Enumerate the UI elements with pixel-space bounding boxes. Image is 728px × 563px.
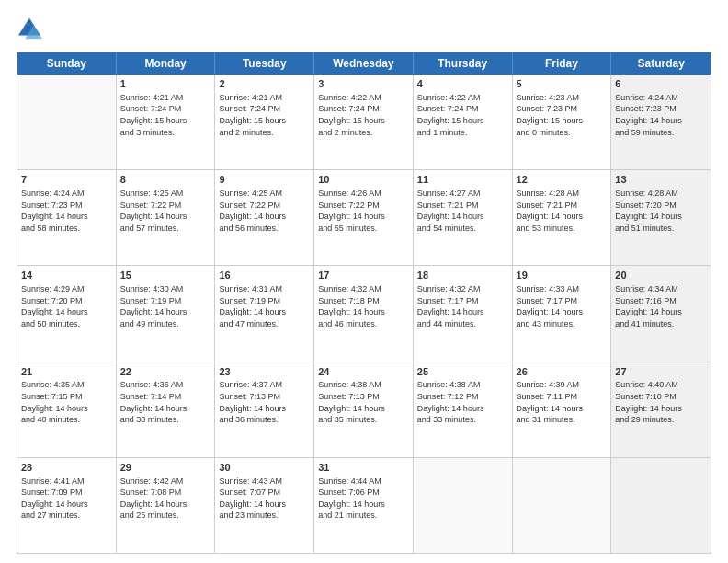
weekday-header-friday: Friday (513, 52, 612, 75)
calendar-cell-day-17: 17Sunrise: 4:32 AM Sunset: 7:18 PM Dayli… (314, 266, 414, 361)
calendar-header: SundayMondayTuesdayWednesdayThursdayFrid… (17, 52, 711, 75)
header (17, 17, 711, 42)
day-number-24: 24 (318, 365, 409, 379)
weekday-header-saturday: Saturday (611, 52, 711, 75)
calendar-row-1: 1Sunrise: 4:21 AM Sunset: 7:24 PM Daylig… (17, 75, 711, 170)
calendar-cell-day-27: 27Sunrise: 4:40 AM Sunset: 7:10 PM Dayli… (611, 362, 711, 457)
calendar-cell-day-19: 19Sunrise: 4:33 AM Sunset: 7:17 PM Dayli… (513, 266, 612, 361)
calendar-cell-empty (513, 458, 612, 553)
day-number-10: 10 (318, 173, 409, 187)
cell-text-10: Sunrise: 4:26 AM Sunset: 7:22 PM Dayligh… (318, 188, 409, 234)
day-number-27: 27 (615, 365, 707, 379)
calendar-cell-day-8: 8Sunrise: 4:25 AM Sunset: 7:22 PM Daylig… (117, 170, 216, 265)
calendar-cell-day-24: 24Sunrise: 4:38 AM Sunset: 7:13 PM Dayli… (314, 362, 414, 457)
day-number-19: 19 (517, 269, 608, 282)
day-number-20: 20 (615, 269, 707, 282)
cell-text-18: Sunrise: 4:32 AM Sunset: 7:17 PM Dayligh… (417, 283, 508, 329)
cell-text-31: Sunrise: 4:44 AM Sunset: 7:06 PM Dayligh… (318, 476, 409, 522)
calendar-cell-day-29: 29Sunrise: 4:42 AM Sunset: 7:08 PM Dayli… (117, 458, 216, 553)
calendar-cell-day-28: 28Sunrise: 4:41 AM Sunset: 7:09 PM Dayli… (17, 458, 117, 553)
day-number-7: 7 (21, 173, 112, 187)
calendar-cell-day-16: 16Sunrise: 4:31 AM Sunset: 7:19 PM Dayli… (215, 266, 314, 361)
day-number-16: 16 (219, 269, 310, 282)
day-number-17: 17 (318, 269, 409, 282)
calendar-cell-empty (17, 75, 117, 169)
calendar-cell-day-4: 4Sunrise: 4:22 AM Sunset: 7:24 PM Daylig… (414, 75, 513, 169)
weekday-header-monday: Monday (117, 52, 216, 75)
day-number-31: 31 (318, 461, 409, 475)
calendar-cell-day-3: 3Sunrise: 4:22 AM Sunset: 7:24 PM Daylig… (314, 75, 414, 169)
calendar-cell-day-5: 5Sunrise: 4:23 AM Sunset: 7:23 PM Daylig… (513, 75, 612, 169)
calendar-cell-empty (611, 458, 711, 553)
day-number-29: 29 (120, 461, 211, 475)
weekday-header-thursday: Thursday (414, 52, 513, 75)
calendar-cell-day-20: 20Sunrise: 4:34 AM Sunset: 7:16 PM Dayli… (611, 266, 711, 361)
calendar-row-4: 21Sunrise: 4:35 AM Sunset: 7:15 PM Dayli… (17, 362, 711, 458)
cell-text-13: Sunrise: 4:28 AM Sunset: 7:20 PM Dayligh… (615, 188, 707, 234)
cell-text-19: Sunrise: 4:33 AM Sunset: 7:17 PM Dayligh… (517, 283, 608, 329)
calendar-cell-day-11: 11Sunrise: 4:27 AM Sunset: 7:21 PM Dayli… (414, 170, 513, 265)
calendar-cell-day-13: 13Sunrise: 4:28 AM Sunset: 7:20 PM Dayli… (611, 170, 711, 265)
day-number-21: 21 (21, 365, 112, 379)
calendar-cell-day-6: 6Sunrise: 4:24 AM Sunset: 7:23 PM Daylig… (611, 75, 711, 169)
weekday-header-tuesday: Tuesday (215, 52, 314, 75)
calendar-cell-day-7: 7Sunrise: 4:24 AM Sunset: 7:23 PM Daylig… (17, 170, 117, 265)
logo (17, 17, 46, 42)
weekday-header-wednesday: Wednesday (314, 52, 414, 75)
calendar-cell-day-18: 18Sunrise: 4:32 AM Sunset: 7:17 PM Dayli… (414, 266, 513, 361)
cell-text-4: Sunrise: 4:22 AM Sunset: 7:24 PM Dayligh… (417, 92, 508, 138)
day-number-18: 18 (417, 269, 508, 282)
calendar-cell-day-9: 9Sunrise: 4:25 AM Sunset: 7:22 PM Daylig… (215, 170, 314, 265)
day-number-2: 2 (219, 77, 310, 91)
calendar: SundayMondayTuesdayWednesdayThursdayFrid… (17, 52, 711, 554)
cell-text-8: Sunrise: 4:25 AM Sunset: 7:22 PM Dayligh… (120, 188, 211, 234)
calendar-row-3: 14Sunrise: 4:29 AM Sunset: 7:20 PM Dayli… (17, 266, 711, 362)
calendar-cell-day-31: 31Sunrise: 4:44 AM Sunset: 7:06 PM Dayli… (314, 458, 414, 553)
calendar-cell-day-15: 15Sunrise: 4:30 AM Sunset: 7:19 PM Dayli… (117, 266, 216, 361)
day-number-30: 30 (219, 461, 310, 475)
cell-text-30: Sunrise: 4:43 AM Sunset: 7:07 PM Dayligh… (219, 476, 310, 522)
calendar-cell-day-30: 30Sunrise: 4:43 AM Sunset: 7:07 PM Dayli… (215, 458, 314, 553)
calendar-cell-day-12: 12Sunrise: 4:28 AM Sunset: 7:21 PM Dayli… (513, 170, 612, 265)
cell-text-22: Sunrise: 4:36 AM Sunset: 7:14 PM Dayligh… (120, 379, 211, 425)
day-number-15: 15 (120, 269, 211, 282)
day-number-9: 9 (219, 173, 310, 187)
day-number-8: 8 (120, 173, 211, 187)
cell-text-14: Sunrise: 4:29 AM Sunset: 7:20 PM Dayligh… (21, 283, 112, 329)
calendar-cell-day-22: 22Sunrise: 4:36 AM Sunset: 7:14 PM Dayli… (117, 362, 216, 457)
day-number-28: 28 (21, 461, 112, 475)
day-number-13: 13 (615, 173, 707, 187)
day-number-6: 6 (615, 77, 707, 91)
cell-text-3: Sunrise: 4:22 AM Sunset: 7:24 PM Dayligh… (318, 92, 409, 138)
day-number-4: 4 (417, 77, 508, 91)
cell-text-9: Sunrise: 4:25 AM Sunset: 7:22 PM Dayligh… (219, 188, 310, 234)
calendar-cell-day-10: 10Sunrise: 4:26 AM Sunset: 7:22 PM Dayli… (314, 170, 414, 265)
calendar-cell-day-26: 26Sunrise: 4:39 AM Sunset: 7:11 PM Dayli… (513, 362, 612, 457)
cell-text-24: Sunrise: 4:38 AM Sunset: 7:13 PM Dayligh… (318, 379, 409, 425)
calendar-cell-day-1: 1Sunrise: 4:21 AM Sunset: 7:24 PM Daylig… (117, 75, 216, 169)
logo-icon (17, 17, 42, 42)
cell-text-5: Sunrise: 4:23 AM Sunset: 7:23 PM Dayligh… (517, 92, 608, 138)
day-number-11: 11 (417, 173, 508, 187)
day-number-1: 1 (120, 77, 211, 91)
day-number-22: 22 (120, 365, 211, 379)
calendar-cell-day-14: 14Sunrise: 4:29 AM Sunset: 7:20 PM Dayli… (17, 266, 117, 361)
day-number-5: 5 (517, 77, 608, 91)
cell-text-1: Sunrise: 4:21 AM Sunset: 7:24 PM Dayligh… (120, 92, 211, 138)
day-number-3: 3 (318, 77, 409, 91)
cell-text-25: Sunrise: 4:38 AM Sunset: 7:12 PM Dayligh… (417, 379, 508, 425)
calendar-row-2: 7Sunrise: 4:24 AM Sunset: 7:23 PM Daylig… (17, 170, 711, 266)
calendar-cell-day-25: 25Sunrise: 4:38 AM Sunset: 7:12 PM Dayli… (414, 362, 513, 457)
day-number-12: 12 (517, 173, 608, 187)
cell-text-6: Sunrise: 4:24 AM Sunset: 7:23 PM Dayligh… (615, 92, 707, 138)
day-number-25: 25 (417, 365, 508, 379)
cell-text-23: Sunrise: 4:37 AM Sunset: 7:13 PM Dayligh… (219, 379, 310, 425)
cell-text-11: Sunrise: 4:27 AM Sunset: 7:21 PM Dayligh… (417, 188, 508, 234)
cell-text-28: Sunrise: 4:41 AM Sunset: 7:09 PM Dayligh… (21, 476, 112, 522)
cell-text-7: Sunrise: 4:24 AM Sunset: 7:23 PM Dayligh… (21, 188, 112, 234)
calendar-cell-day-21: 21Sunrise: 4:35 AM Sunset: 7:15 PM Dayli… (17, 362, 117, 457)
calendar-body: 1Sunrise: 4:21 AM Sunset: 7:24 PM Daylig… (17, 75, 711, 553)
cell-text-17: Sunrise: 4:32 AM Sunset: 7:18 PM Dayligh… (318, 283, 409, 329)
cell-text-21: Sunrise: 4:35 AM Sunset: 7:15 PM Dayligh… (21, 379, 112, 425)
cell-text-16: Sunrise: 4:31 AM Sunset: 7:19 PM Dayligh… (219, 283, 310, 329)
